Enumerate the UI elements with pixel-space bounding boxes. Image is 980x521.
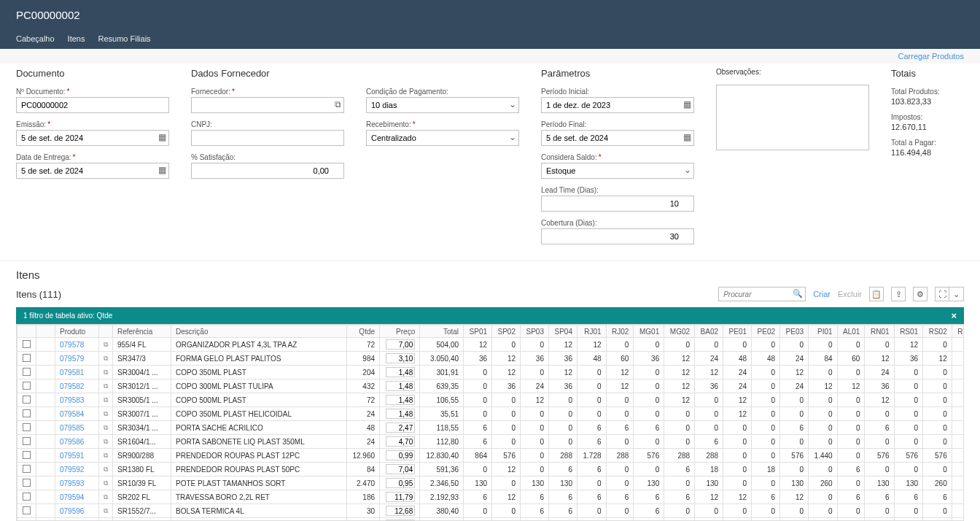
- column-header[interactable]: BA02: [695, 325, 723, 338]
- preco-cell[interactable]: [380, 366, 420, 379]
- column-header[interactable]: SP02: [492, 325, 521, 338]
- row-checkbox[interactable]: [23, 354, 31, 362]
- produto-link[interactable]: 079591: [60, 452, 84, 460]
- tab-cabecalho[interactable]: Cabeçalho: [16, 34, 55, 49]
- preco-cell[interactable]: [380, 352, 420, 366]
- column-header[interactable]: [36, 325, 55, 338]
- column-header[interactable]: PE02: [752, 325, 780, 338]
- column-header[interactable]: Referência: [113, 325, 171, 338]
- export-icon[interactable]: ⇪: [891, 287, 906, 301]
- column-header[interactable]: MG01: [634, 325, 664, 338]
- preco-cell[interactable]: [380, 393, 420, 407]
- row-checkbox[interactable]: [23, 493, 31, 501]
- preco-input[interactable]: [386, 436, 415, 447]
- row-checkbox[interactable]: [23, 451, 31, 459]
- column-header[interactable]: SP04: [548, 325, 577, 338]
- column-header[interactable]: RS02: [923, 325, 952, 338]
- row-checkbox[interactable]: [23, 423, 31, 431]
- preco-input[interactable]: [386, 492, 415, 502]
- preco-input[interactable]: [386, 409, 415, 419]
- column-header[interactable]: Descrição: [171, 325, 347, 338]
- preco-cell[interactable]: [380, 504, 420, 518]
- row-checkbox[interactable]: [23, 465, 31, 473]
- close-filter-icon[interactable]: ×: [951, 310, 957, 321]
- considera-saldo-select[interactable]: [541, 163, 694, 179]
- column-header[interactable]: PE03: [780, 325, 809, 338]
- cobertura-input[interactable]: [541, 228, 694, 244]
- column-header[interactable]: PE01: [723, 325, 752, 338]
- satisfacao-input[interactable]: [191, 163, 344, 179]
- produto-link[interactable]: 079583: [60, 396, 84, 404]
- cond-pagamento-select[interactable]: [366, 97, 519, 113]
- open-row-icon[interactable]: ⧉: [99, 463, 113, 476]
- preco-input[interactable]: [386, 478, 415, 488]
- open-row-icon[interactable]: ⧉: [99, 421, 113, 435]
- produto-link[interactable]: 079584: [60, 410, 84, 418]
- preco-cell[interactable]: [380, 518, 420, 522]
- column-header[interactable]: RJ01: [577, 325, 606, 338]
- produto-link[interactable]: 079582: [60, 382, 84, 390]
- tab-itens[interactable]: Itens: [68, 34, 85, 49]
- recebimento-select[interactable]: [366, 130, 519, 146]
- data-entrega-input[interactable]: [16, 163, 169, 179]
- periodo-final-input[interactable]: [541, 130, 694, 146]
- preco-input[interactable]: [386, 464, 415, 474]
- preco-cell[interactable]: [380, 463, 420, 476]
- preco-input[interactable]: [386, 506, 415, 516]
- row-checkbox[interactable]: [23, 437, 31, 445]
- produto-link[interactable]: 079594: [60, 493, 84, 501]
- produto-link[interactable]: 079578: [60, 341, 84, 349]
- column-header[interactable]: PI01: [809, 325, 838, 338]
- open-row-icon[interactable]: ⧉: [99, 435, 113, 449]
- open-row-icon[interactable]: ⧉: [99, 352, 113, 366]
- open-row-icon[interactable]: ⧉: [99, 366, 113, 379]
- column-header[interactable]: [18, 325, 36, 338]
- preco-cell[interactable]: [380, 379, 420, 393]
- column-header[interactable]: RN01: [865, 325, 894, 338]
- produto-link[interactable]: 079596: [60, 507, 84, 515]
- produto-link[interactable]: 079579: [60, 355, 84, 363]
- column-header[interactable]: MG02: [664, 325, 695, 338]
- carregar-produtos-link[interactable]: Carregar Produtos: [898, 52, 965, 61]
- paste-icon[interactable]: 📋: [869, 287, 884, 301]
- preco-input[interactable]: [386, 422, 415, 433]
- produto-link[interactable]: 079593: [60, 479, 84, 487]
- produto-link[interactable]: 079581: [60, 368, 84, 377]
- row-checkbox[interactable]: [23, 506, 31, 514]
- column-header[interactable]: Total: [420, 325, 464, 338]
- open-row-icon[interactable]: ⧉: [99, 338, 113, 352]
- cnpj-input[interactable]: [191, 130, 344, 146]
- lead-time-input[interactable]: [541, 196, 694, 212]
- produto-link[interactable]: 079585: [60, 424, 84, 432]
- row-checkbox[interactable]: [23, 395, 31, 404]
- preco-cell[interactable]: [380, 490, 420, 504]
- open-row-icon[interactable]: ⧉: [99, 490, 113, 504]
- preco-input[interactable]: [386, 395, 415, 405]
- preco-input[interactable]: [386, 450, 415, 460]
- column-header[interactable]: [99, 325, 113, 338]
- preco-cell[interactable]: [380, 476, 420, 490]
- preco-input[interactable]: [386, 353, 415, 363]
- open-row-icon[interactable]: ⧉: [99, 449, 113, 463]
- periodo-inicial-input[interactable]: [541, 97, 694, 113]
- preco-cell[interactable]: [380, 449, 420, 463]
- column-header[interactable]: SP03: [521, 325, 549, 338]
- criar-link[interactable]: Criar: [813, 290, 831, 298]
- preco-cell[interactable]: [380, 407, 420, 421]
- row-checkbox[interactable]: [23, 368, 31, 376]
- observacoes-textarea[interactable]: [716, 85, 869, 150]
- open-row-icon[interactable]: ⧉: [99, 476, 113, 490]
- preco-cell[interactable]: [380, 421, 420, 435]
- preco-cell[interactable]: [380, 338, 420, 352]
- expand-icon[interactable]: ⛶: [935, 287, 949, 301]
- open-row-icon[interactable]: ⧉: [99, 379, 113, 393]
- column-header[interactable]: Qtde: [346, 325, 379, 338]
- preco-input[interactable]: [386, 367, 415, 377]
- column-header[interactable]: AL01: [837, 325, 865, 338]
- tab-resumo-filiais[interactable]: Resumo Filiais: [98, 34, 150, 49]
- column-header[interactable]: Preço: [380, 325, 420, 338]
- produto-link[interactable]: 079592: [60, 466, 84, 474]
- produto-link[interactable]: 079586: [60, 438, 84, 446]
- preco-input[interactable]: [386, 339, 415, 350]
- row-checkbox[interactable]: [23, 479, 31, 487]
